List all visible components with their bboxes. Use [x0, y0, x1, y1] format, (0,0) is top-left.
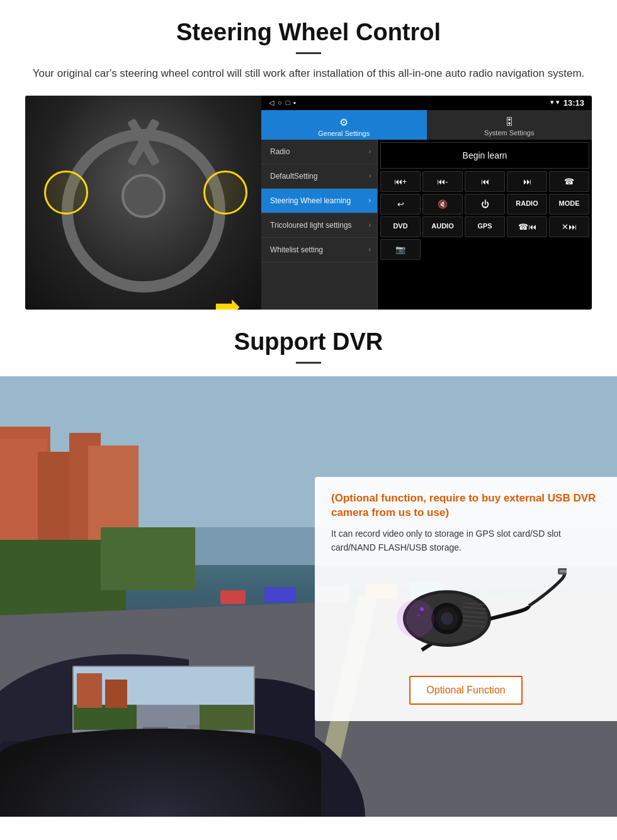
steering-wheel-section: Steering Wheel Control Your original car…: [0, 0, 617, 310]
controls-button-grid: ⏮+ ⏮- ⏮ ⏭ ☎ ↩ 🔇 ⏻ RADIO MODE DVD AUDIO: [380, 171, 589, 260]
svg-rect-11: [220, 590, 246, 604]
menu-controls-area: Radio › DefaultSetting › Steering Wheel …: [261, 140, 592, 310]
chevron-icon: ›: [369, 221, 371, 228]
back-nav-icon: ◁: [269, 99, 274, 107]
steering-wheel-center: [122, 174, 166, 218]
ctrl-camera[interactable]: 📷: [380, 239, 421, 260]
highlight-circle-left: [44, 171, 88, 215]
svg-rect-8: [101, 527, 195, 590]
chevron-icon: ›: [369, 172, 371, 179]
home-nav-icon: ○: [278, 99, 282, 107]
dvr-description: It can record video only to storage in G…: [331, 527, 601, 555]
svg-rect-44: [77, 673, 102, 708]
menu-item-radio[interactable]: Radio ›: [261, 140, 377, 164]
title-divider: [296, 52, 321, 54]
page-title: Steering Wheel Control: [25, 19, 592, 46]
ctrl-dvd[interactable]: DVD: [380, 216, 421, 237]
menu-whitelist-label: Whitelist setting: [270, 245, 323, 254]
ctrl-mute[interactable]: 🔇: [422, 194, 463, 215]
dvr-title-area: Support DVR: [0, 310, 617, 376]
menu-item-whitelist[interactable]: Whitelist setting ›: [261, 238, 377, 262]
svg-rect-45: [105, 680, 127, 708]
steering-controls-panel: Begin learn ⏮+ ⏮- ⏮ ⏭ ☎ ↩ 🔇 ⏻ RADIO MODE: [378, 140, 592, 310]
ctrl-prev-track[interactable]: ⏮: [465, 171, 505, 192]
menu-item-default-setting[interactable]: DefaultSetting ›: [261, 164, 377, 189]
menu-tricoloured-label: Tricoloured light settings: [270, 221, 352, 230]
tab-system-label: System Settings: [484, 129, 534, 137]
settings-tab-bar: ⚙ General Settings 🎛 System Settings: [261, 110, 592, 140]
settings-menu-list: Radio › DefaultSetting › Steering Wheel …: [261, 140, 378, 310]
dvr-camera-svg: [365, 568, 567, 663]
chevron-icon: ›: [369, 197, 371, 204]
dashboard-bottom: [0, 729, 321, 817]
dvr-camera-illustration: [331, 565, 601, 666]
tab-system-settings[interactable]: 🎛 System Settings: [427, 110, 592, 140]
ctrl-phone[interactable]: ☎: [549, 171, 589, 192]
section-description: Your original car's steering wheel contr…: [25, 65, 592, 82]
chevron-icon: ›: [369, 148, 371, 155]
begin-learn-button[interactable]: Begin learn: [380, 142, 589, 169]
ctrl-back[interactable]: ↩: [380, 194, 421, 215]
svg-rect-12: [264, 587, 296, 603]
menu-nav-icon: ▪: [293, 99, 296, 107]
svg-point-24: [441, 612, 453, 625]
ctrl-gps[interactable]: GPS: [465, 216, 505, 237]
android-ui-panel: ◁ ○ □ ▪ ▾ ▾ 13:13 ⚙ General Settings 🎛: [261, 96, 592, 310]
dvr-divider: [296, 362, 321, 364]
ctrl-phone-prev[interactable]: ☎⏮: [507, 216, 547, 237]
status-time: 13:13: [563, 98, 584, 108]
ctrl-power[interactable]: ⏻: [465, 194, 505, 215]
dvr-title: Support DVR: [0, 328, 617, 356]
android-statusbar: ◁ ○ □ ▪ ▾ ▾ 13:13: [261, 96, 592, 110]
statusbar-nav-icons: ◁ ○ □ ▪: [269, 99, 296, 107]
tab-general-label: General Settings: [318, 130, 370, 137]
highlight-circle-right: [203, 171, 247, 215]
general-settings-icon: ⚙: [264, 116, 424, 128]
dvr-content-area: (Optional function, require to buy exter…: [0, 376, 617, 817]
dvr-section: Support DVR: [0, 310, 617, 817]
android-screen: ➡ ◁ ○ □ ▪ ▾ ▾ 13:13 ⚙: [25, 96, 592, 310]
ctrl-mode[interactable]: MODE: [549, 194, 589, 215]
steering-wheel-visual: ➡: [25, 96, 261, 310]
menu-default-label: DefaultSetting: [270, 172, 317, 181]
tab-general-settings[interactable]: ⚙ General Settings: [261, 110, 427, 140]
recent-nav-icon: □: [286, 99, 290, 107]
ctrl-next-track[interactable]: ⏭: [507, 171, 547, 192]
dvr-optional-title: (Optional function, require to buy exter…: [331, 491, 601, 521]
ctrl-vol-plus[interactable]: ⏮+: [380, 171, 421, 192]
optional-function-button[interactable]: Optional Function: [409, 676, 523, 705]
ctrl-audio[interactable]: AUDIO: [422, 216, 463, 237]
dvr-info-card: (Optional function, require to buy exter…: [315, 477, 617, 721]
svg-point-33: [397, 600, 434, 637]
svg-rect-19: [560, 570, 567, 573]
chevron-icon: ›: [369, 246, 371, 253]
statusbar-status-icons: ▾ ▾ 13:13: [550, 98, 584, 108]
menu-radio-label: Radio: [270, 147, 290, 156]
steering-wheel-image: ➡: [25, 96, 261, 310]
ctrl-radio[interactable]: RADIO: [507, 194, 547, 215]
signal-icon: ▾ ▾: [550, 98, 560, 108]
menu-steering-label: Steering Wheel learning: [270, 196, 351, 205]
system-settings-icon: 🎛: [430, 116, 589, 128]
ctrl-next-skip[interactable]: ✕⏭: [549, 216, 589, 237]
menu-item-steering-wheel[interactable]: Steering Wheel learning ›: [261, 189, 377, 213]
menu-item-tricoloured[interactable]: Tricoloured light settings ›: [261, 213, 377, 238]
ctrl-vol-minus[interactable]: ⏮-: [422, 171, 463, 192]
